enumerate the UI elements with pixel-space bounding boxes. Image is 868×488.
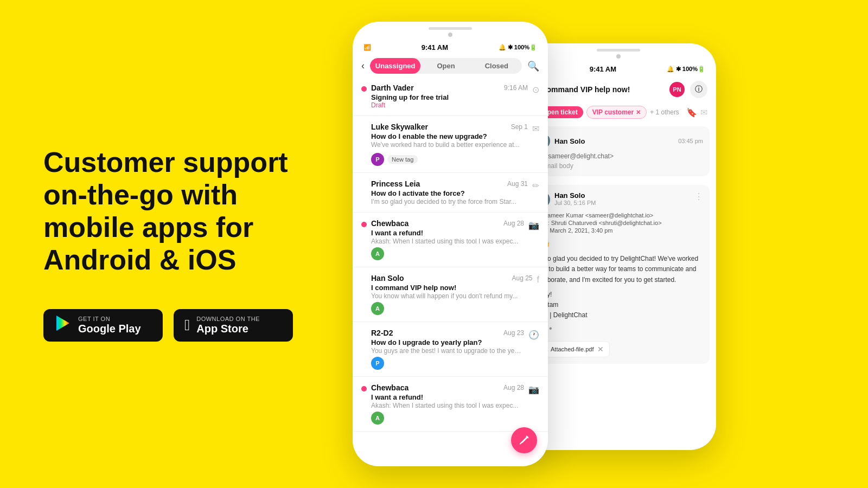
svg-marker-0 [56,316,69,331]
conv-name: Darth Vader [371,84,414,92]
vip-customer-tag[interactable]: VIP customer ✕ [586,106,647,119]
conv-item-darth-vader[interactable]: Darth Vader 9:16 AM Signing up for free … [353,77,548,116]
conv-name: R2-D2 [371,329,393,337]
phone1-speaker [448,33,452,37]
conv-subject: I want a refund! [371,229,524,237]
conv-content: R2-D2 Aug 23 How do I upgrade to yearly … [371,329,524,370]
conv-time: Sep 1 [511,123,528,131]
email-options-button[interactable]: ⋮ [694,191,703,202]
conv-item-princess-leia[interactable]: Princess Leia Aug 31 How do I activate t… [353,173,548,213]
info-button[interactable]: ⓘ [690,81,707,98]
app-store-button[interactable]:  Download on the App Store [174,309,293,342]
no-dot [361,329,367,334]
phone1-status-bar: 📶 9:41 AM 🔔 ✱ 100%🔋 [353,40,548,55]
phone1-notch [429,27,472,30]
avatar-a-green: A [371,247,384,260]
conv-time: Aug 31 [507,180,528,188]
from-value: Shruti Chaturvedi <shruti@delightchat.io… [551,220,662,226]
conv-content: Darth Vader 9:16 AM Signing up for free … [371,84,528,109]
google-play-main: Google Play [78,322,141,335]
draft-time: 03:45 pm [678,138,703,144]
phone1-status-icons: 🔔 ✱ 100%🔋 [499,44,537,51]
conv-header: Han Solo Aug 25 [371,274,533,282]
avatar-a3-green: A [371,412,384,425]
tags-row: Reopen ticket VIP customer ✕ + 1 others … [521,102,716,122]
attachment-name: Attached-file.pdf [551,346,594,352]
conv-preview: Akash: When I started using this tool I … [371,237,524,245]
conv-subject: How do I enable the new upgrade? [371,132,528,140]
email-greeting: Hi 👋 [534,239,703,249]
phone1-back-button[interactable]: ‹ [361,60,365,72]
google-play-text: GET IT ON Google Play [78,316,141,335]
tab-unassigned[interactable]: Unassigned [370,58,420,74]
conv-header: Chewbaca Aug 28 [371,219,524,228]
phone2-notch-area [521,43,716,62]
conv-subject: How do I activate the force? [371,189,528,197]
email-to-row: To: Sameer Kumar <sameer@delightchat.io> [534,212,703,219]
conv-content: Han Solo Aug 25 I command VIP help now! … [371,274,533,315]
draft-sender: Han Solo [554,137,585,145]
draft-body: Hi email body [534,162,703,170]
phone-2: 📶 9:41 AM 🔔 ✱ 100%🔋 ‹ I command VIP help… [521,43,716,450]
conv-preview: You guys are the best! I want to upgrade… [371,347,524,355]
more-dots: • • • [534,324,703,333]
pn-avatar: PN [669,82,685,97]
conv-item-luke[interactable]: Luke Skywalker Sep 1 How do I enable the… [353,116,548,173]
phone2-notch [597,49,640,52]
conv-header: Chewbaca Aug 28 [371,383,524,392]
full-email-header: HS Han Solo Jul 30, 5:16 PM ⋮ [534,191,703,208]
avatar-a2-green: A [371,302,384,315]
avatar-p-blue: P [371,357,384,370]
no-dot [361,179,367,185]
phone-1: 📶 9:41 AM 🔔 ✱ 100%🔋 ‹ Unassigned Open Cl… [353,22,548,466]
phone1-notch-area [353,22,548,40]
to-value: Sameer Kumar <sameer@delightchat.io> [544,212,654,219]
date-value: March 2, 2021, 3:40 pm [550,227,612,234]
edit-icon: ✏ [532,181,539,191]
tab-closed[interactable]: Closed [471,58,522,74]
full-sender: Han Solo [554,191,690,200]
conv-preview: You know what will happen if you don't r… [371,292,533,300]
conv-time: Aug 25 [512,274,533,282]
google-play-button[interactable]: GET IT ON Google Play [43,309,163,342]
conv-time: Aug 28 [503,384,524,391]
phone1-tab-group: Unassigned Open Closed [370,58,522,74]
conv-header: Princess Leia Aug 31 [371,179,528,188]
draft-icon: ⊙ [532,85,539,95]
conv-preview: Akash: When I started using this tool I … [371,402,524,409]
conv-preview: We've worked hard to build a better expe… [371,141,528,149]
conversation-title: I command VIP help now! [538,85,664,94]
search-icon[interactable]: 🔍 [527,60,539,72]
conv-item-chewbaca[interactable]: Chewbaca Aug 28 I want a refund! Akash: … [353,213,548,267]
conv-time: Aug 28 [503,220,524,227]
conv-name: Princess Leia [371,179,420,188]
conv-content: Luke Skywalker Sep 1 How do I enable the… [371,123,528,166]
conv-header: Darth Vader 9:16 AM [371,84,528,92]
email-from-row: From: Shruti Chaturvedi <shruti@delightc… [534,220,703,226]
conv-content: Chewbaca Aug 28 I want a refund! Akash: … [371,383,524,425]
email-closing: Enjoy! Preetam CEO | DelightChat [534,290,703,321]
vip-label: VIP customer [592,108,634,116]
full-date: Jul 30, 5:16 PM [554,200,690,206]
vip-close-icon[interactable]: ✕ [636,109,641,116]
compose-fab-button[interactable] [511,427,537,453]
no-dot [361,274,367,279]
left-section: Customer support on-the-go with mobile a… [0,114,336,374]
conv-draft-label: Draft [371,101,528,109]
clock-icon: 🕐 [528,330,539,340]
tab-open[interactable]: Open [420,58,471,74]
share-icon[interactable]: ✉ [700,107,707,118]
facebook-icon: f [537,275,539,285]
headline: Customer support on-the-go with mobile a… [43,146,304,276]
email-icon: ✉ [532,124,539,134]
conv-item-r2d2[interactable]: R2-D2 Aug 23 How do I upgrade to yearly … [353,322,548,377]
phone1-nav: ‹ Unassigned Open Closed 🔍 [353,55,548,77]
conv-item-han-solo[interactable]: Han Solo Aug 25 I command VIP help now! … [353,267,548,322]
instagram-icon: 📷 [528,220,539,230]
conv-dot-red [361,222,367,227]
conv-item-chewbaca-2[interactable]: Chewbaca Aug 28 I want a refund! Akash: … [353,377,548,432]
email-body: Hi 👋 I'm so glad you decided to try Deli… [534,239,703,320]
bookmark-icon[interactable]: 🔖 [686,107,697,118]
conv-name: Chewbaca [371,219,409,228]
attachment-close-button[interactable]: ✕ [597,345,604,354]
